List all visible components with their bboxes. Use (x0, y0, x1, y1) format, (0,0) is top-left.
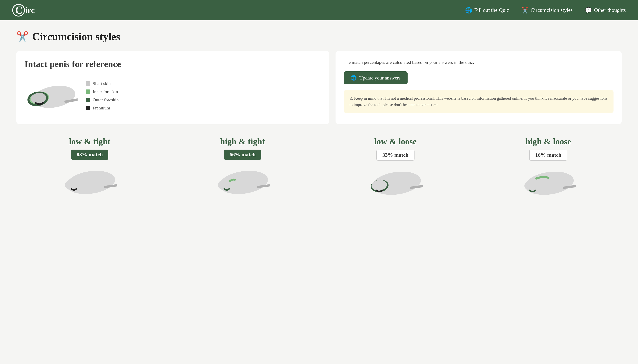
quiz-icon: 🌐 (465, 7, 472, 14)
page-title-section: ✂️ Circumcision styles (16, 30, 622, 42)
legend-outer: Outer foreskin (86, 97, 119, 102)
high-tight-match: 66% match (224, 150, 262, 160)
high-loose-illustration (518, 164, 579, 200)
legend: Shaft skin Inner foreskin Outer foreskin… (86, 81, 119, 111)
styles-grid: low & tight 83% match high & tight 66% m… (16, 136, 622, 200)
info-description: The match percentages are calculated bas… (344, 59, 613, 66)
warning-text: ⚠ Keep in mind that I'm not a medical pr… (349, 96, 607, 107)
high-loose-title: high & loose (525, 136, 571, 146)
outer-label: Outer foreskin (93, 97, 119, 102)
nav-styles[interactable]: ✂️ Circumcision styles (521, 7, 573, 14)
warning-box: ⚠ Keep in mind that I'm not a medical pr… (344, 90, 613, 113)
thoughts-icon: 💬 (585, 7, 592, 14)
low-loose-match: 33% match (376, 150, 415, 160)
high-loose-match: 16% match (529, 150, 568, 160)
intact-title: Intact penis for reference (25, 59, 321, 69)
inner-label: Inner foreskin (93, 89, 118, 94)
intact-card: Intact penis for reference (16, 51, 329, 124)
high-tight-title: high & tight (220, 136, 265, 146)
update-label: Update your answers (359, 75, 401, 81)
logo-icon: C (12, 4, 25, 16)
legend-shaft: Shaft skin (86, 81, 119, 86)
shaft-label: Shaft skin (93, 81, 111, 86)
high-tight-illustration (212, 163, 273, 200)
header: C irc 🌐 Fill out the Quiz ✂️ Circumcisio… (0, 0, 638, 20)
intact-illustration (25, 76, 78, 116)
main-content: ✂️ Circumcision styles Intact penis for … (0, 20, 638, 211)
styles-icon: ✂️ (521, 7, 529, 14)
low-tight-illustration (59, 163, 120, 200)
logo: C irc (12, 4, 35, 16)
inner-dot (86, 90, 90, 94)
legend-frenulum: Frenulum (86, 105, 119, 111)
info-card: The match percentages are calculated bas… (336, 51, 622, 124)
top-section: Intact penis for reference (16, 51, 622, 124)
style-low-tight: low & tight 83% match (16, 136, 163, 200)
legend-inner: Inner foreskin (86, 89, 119, 94)
style-high-tight: high & tight 66% match (169, 136, 316, 200)
nav-quiz-label: Fill out the Quiz (474, 7, 509, 13)
page-title: Circumcision styles (32, 30, 120, 42)
main-nav: 🌐 Fill out the Quiz ✂️ Circumcision styl… (465, 7, 626, 14)
frenulum-dot (86, 106, 90, 110)
scissors-icon: ✂️ (16, 31, 29, 42)
intact-content: Shaft skin Inner foreskin Outer foreskin… (25, 76, 321, 116)
shaft-dot (86, 81, 90, 86)
nav-thoughts-label: Other thoughts (594, 7, 626, 13)
low-tight-title: low & tight (69, 136, 110, 146)
low-loose-illustration (365, 164, 426, 200)
low-loose-title: low & loose (374, 136, 417, 146)
logo-text: irc (25, 5, 35, 15)
outer-dot (86, 98, 90, 102)
update-answers-button[interactable]: 🌐 Update your answers (344, 71, 407, 84)
style-high-loose: high & loose 16% match (475, 136, 622, 200)
nav-thoughts[interactable]: 💬 Other thoughts (585, 7, 626, 14)
style-low-loose: low & loose 33% match (322, 136, 469, 200)
update-icon: 🌐 (351, 75, 357, 81)
nav-quiz[interactable]: 🌐 Fill out the Quiz (465, 7, 509, 14)
frenulum-label: Frenulum (93, 105, 110, 111)
nav-styles-label: Circumcision styles (531, 7, 573, 13)
low-tight-match: 83% match (71, 150, 109, 160)
